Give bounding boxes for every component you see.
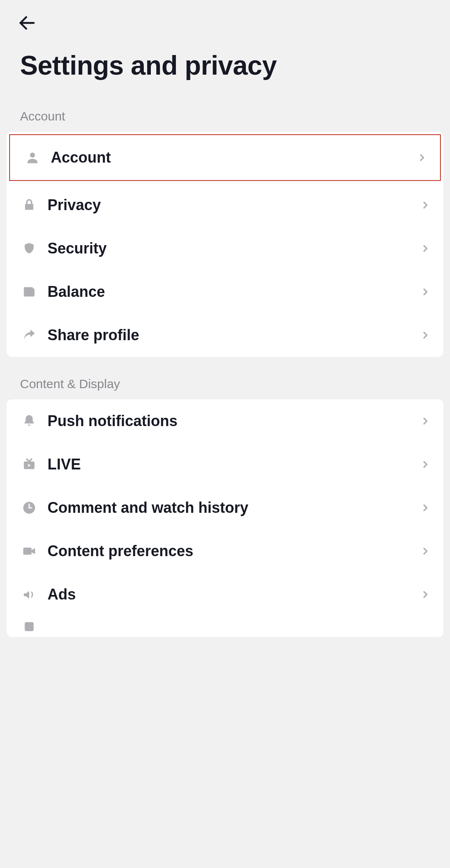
chevron-right-icon <box>420 416 431 426</box>
back-button[interactable] <box>17 13 38 33</box>
video-icon <box>21 543 38 559</box>
section-header-content-display: Content & Display <box>0 357 450 399</box>
row-balance[interactable]: Balance <box>7 270 443 314</box>
chevron-right-icon <box>420 200 431 211</box>
wallet-icon <box>21 283 38 300</box>
chevron-right-icon <box>420 502 431 513</box>
row-live[interactable]: LIVE <box>7 443 443 486</box>
svg-rect-3 <box>24 288 35 297</box>
row-partial[interactable] <box>7 616 443 637</box>
row-label: Security <box>38 240 420 257</box>
chevron-right-icon <box>417 152 428 163</box>
row-label: Account <box>41 149 417 166</box>
svg-rect-8 <box>23 548 32 555</box>
section-card-account: Account Privacy Security <box>7 132 443 357</box>
row-ads[interactable]: Ads <box>7 573 443 616</box>
svg-rect-4 <box>24 287 32 290</box>
row-security[interactable]: Security <box>7 227 443 270</box>
bell-icon <box>21 413 38 429</box>
row-label: Ads <box>38 586 420 603</box>
chevron-right-icon <box>420 459 431 470</box>
row-label: Privacy <box>38 196 420 214</box>
chevron-right-icon <box>420 243 431 254</box>
lock-icon <box>21 197 38 213</box>
chevron-right-icon <box>420 330 431 341</box>
section-card-content-display: Push notifications LIVE Comment and watc… <box>7 399 443 637</box>
shield-icon <box>21 240 38 257</box>
page-title: Settings and privacy <box>0 38 450 89</box>
chevron-right-icon <box>420 546 431 557</box>
megaphone-icon <box>21 586 38 603</box>
row-content-preferences[interactable]: Content preferences <box>7 529 443 573</box>
row-label: LIVE <box>38 456 420 473</box>
person-icon <box>24 149 41 166</box>
svg-rect-10 <box>25 622 33 631</box>
tv-icon <box>21 456 38 473</box>
generic-icon <box>21 618 38 635</box>
arrow-left-icon <box>17 13 37 33</box>
chevron-right-icon <box>420 589 431 600</box>
share-icon <box>21 327 38 344</box>
row-comment-watch-history[interactable]: Comment and watch history <box>7 486 443 529</box>
svg-marker-9 <box>32 548 35 554</box>
row-label: Comment and watch history <box>38 499 420 517</box>
row-share-profile[interactable]: Share profile <box>7 314 443 357</box>
svg-point-1 <box>30 153 35 158</box>
chevron-right-icon <box>420 286 431 297</box>
row-label: Push notifications <box>38 412 420 430</box>
row-label: Content preferences <box>38 542 420 560</box>
clock-icon <box>21 499 38 516</box>
row-label: Balance <box>38 283 420 301</box>
row-privacy[interactable]: Privacy <box>7 183 443 227</box>
section-header-account: Account <box>0 89 450 132</box>
svg-rect-2 <box>25 204 33 210</box>
row-label: Share profile <box>38 326 420 344</box>
row-account[interactable]: Account <box>9 134 441 181</box>
row-push-notifications[interactable]: Push notifications <box>7 399 443 443</box>
